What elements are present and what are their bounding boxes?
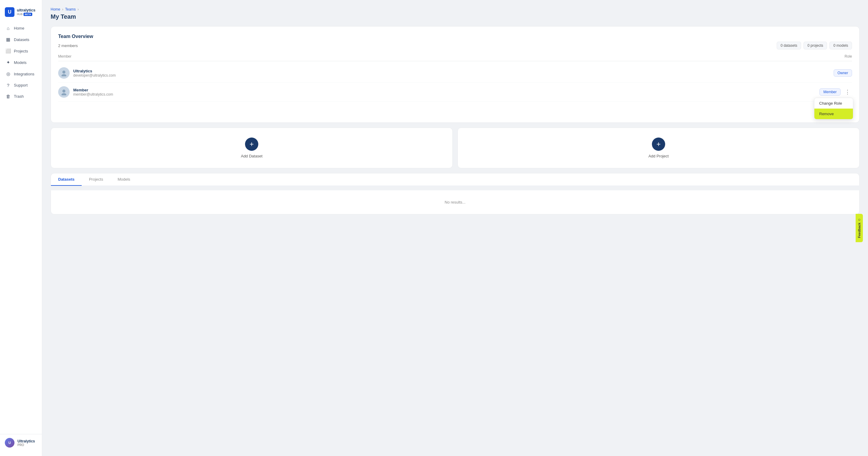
logo-text: ultralytics HUB BETA [17,8,35,16]
member-name: Ultralytics [73,69,116,73]
logo-icon: U [5,7,14,17]
team-overview-card: Team Overview 2 members 0 datasets 0 pro… [51,26,860,123]
table-row: Ultralytics developer@ultralytics.com Ow… [58,64,852,83]
more-options-button[interactable]: ⋮ [843,88,852,96]
feedback-icon: ☺ [858,218,861,222]
member-left: Member member@ultralytics.com [58,86,113,98]
trash-icon: 🗑 [5,94,11,99]
nav: ⌂ Home ▦ Datasets ⬜ Projects ✦ Models ◎ … [0,23,42,434]
logo-name: ultralytics [17,8,35,12]
user-role: PRO [18,443,35,447]
role-badge: Owner [834,69,852,77]
user-info: Ultralytics PRO [18,439,35,447]
separator: › [62,7,63,11]
sidebar-item-integrations[interactable]: ◎ Integrations [2,68,39,79]
breadcrumb: Home › Teams › [51,7,860,11]
avatar [58,67,70,79]
sidebar-item-label: Models [14,60,27,65]
breadcrumb-teams[interactable]: Teams [65,7,76,11]
stats-badges: 0 datasets 0 projects 0 models [777,41,852,50]
sidebar-item-home[interactable]: ⌂ Home [2,23,39,33]
svg-point-2 [62,90,65,93]
add-project-card[interactable]: + Add Project [458,127,860,168]
sidebar: U ultralytics HUB BETA ⌂ Home ▦ Datasets… [0,0,42,456]
stat-models: 0 models [830,41,852,50]
member-dropdown-menu: Change Role Remove [814,98,853,119]
member-right: Owner [834,69,852,77]
stat-datasets: 0 datasets [777,41,801,50]
member-left: Ultralytics developer@ultralytics.com [58,67,116,79]
add-project-icon: + [652,138,665,151]
table-header: Member Role [58,54,852,61]
feedback-button[interactable]: Feedback ☺ [856,214,863,242]
user-name: Ultralytics [18,439,35,443]
add-dataset-card[interactable]: + Add Dataset [51,127,453,168]
role-badge: Member [819,88,841,95]
col-role-label: Role [844,54,852,58]
tabs-row: Datasets Projects Models [51,173,860,186]
avatar: U [5,438,14,448]
integrations-icon: ◎ [5,71,11,77]
logo: U ultralytics HUB BETA [0,5,42,23]
tab-models[interactable]: Models [110,173,137,186]
add-project-label: Add Project [648,154,669,158]
member-info: Ultralytics developer@ultralytics.com [73,69,116,78]
svg-point-0 [62,70,65,74]
member-info: Member member@ultralytics.com [73,88,113,96]
svg-point-3 [61,93,66,95]
separator: › [78,7,79,11]
remove-item[interactable]: Remove [814,109,853,119]
sidebar-item-models[interactable]: ✦ Models [2,57,39,68]
add-cards-row: + Add Dataset + Add Project [51,127,860,168]
member-email: developer@ultralytics.com [73,73,116,78]
support-icon: ? [5,83,11,88]
logo-sub: HUB BETA [17,13,35,16]
add-dataset-label: Add Dataset [241,154,262,158]
member-name: Member [73,88,113,92]
member-email: member@ultralytics.com [73,92,113,96]
models-icon: ✦ [5,60,11,65]
page-title: My Team [51,13,860,20]
table-row: Member member@ultralytics.com Member ⋮ C… [58,83,852,102]
sidebar-item-trash[interactable]: 🗑 Trash [2,91,39,102]
no-results-area: No results... [51,190,860,215]
sidebar-item-label: Integrations [14,72,34,76]
sidebar-item-label: Home [14,26,24,30]
svg-point-1 [61,74,66,76]
add-dataset-icon: + [245,138,258,151]
member-right: Member ⋮ Change Role Remove [819,88,852,96]
sidebar-item-support[interactable]: ? Support [2,80,39,90]
sidebar-item-label: Projects [14,49,28,53]
tab-datasets[interactable]: Datasets [51,173,82,186]
col-member-label: Member [58,54,71,58]
breadcrumb-home[interactable]: Home [51,7,60,11]
invite-area: Invite [58,105,852,115]
main-content: Home › Teams › My Team Team Overview 2 m… [42,0,868,456]
tab-projects[interactable]: Projects [82,173,110,186]
stat-projects: 0 projects [804,41,827,50]
projects-icon: ⬜ [5,48,11,54]
sidebar-item-label: Support [14,83,28,87]
card-title: Team Overview [58,34,852,39]
no-results-text: No results... [444,200,465,204]
members-header: 2 members 0 datasets 0 projects 0 models [58,41,852,50]
members-count: 2 members [58,44,78,48]
sidebar-item-label: Trash [14,94,24,98]
user-section: U Ultralytics PRO [0,434,42,451]
datasets-icon: ▦ [5,37,11,42]
change-role-item[interactable]: Change Role [814,98,853,109]
sidebar-item-label: Datasets [14,37,29,42]
sidebar-item-datasets[interactable]: ▦ Datasets [2,34,39,45]
avatar [58,86,70,98]
home-icon: ⌂ [5,26,11,31]
sidebar-item-projects[interactable]: ⬜ Projects [2,46,39,56]
beta-badge: BETA [24,13,32,16]
